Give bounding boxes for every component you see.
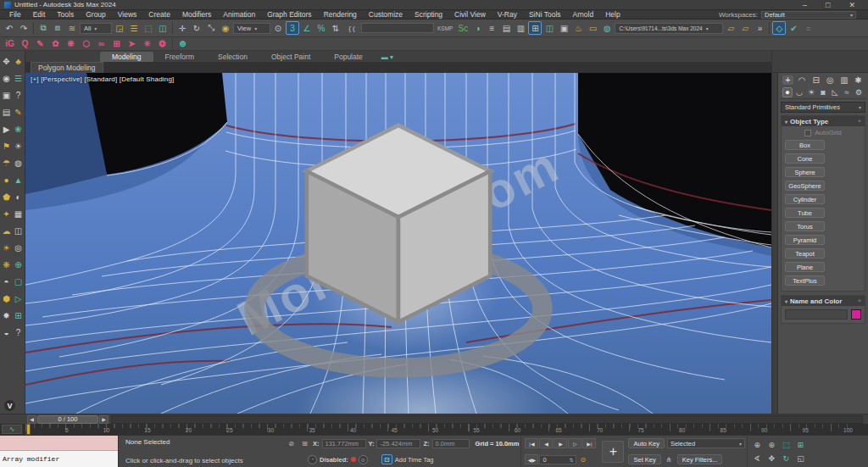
zoom-extents-all-icon[interactable]: ⊞ [794, 439, 807, 451]
menu-item[interactable]: Scripting [409, 10, 448, 19]
sini-atom-icon[interactable]: ✳ [140, 38, 154, 50]
menu-item[interactable]: SiNi Tools [523, 10, 567, 19]
sini-script-icon[interactable]: Sc [456, 21, 470, 35]
menu-item[interactable]: Help [599, 10, 626, 19]
bind-to-space-warp-icon[interactable]: ≋ [65, 21, 79, 35]
workspaces-dropdown[interactable]: Default▾ [761, 11, 856, 19]
tool-icon[interactable]: ? [13, 324, 25, 341]
selection-lock-icon[interactable]: ⊘ [286, 438, 297, 448]
autogrid-checkbox[interactable] [804, 130, 811, 136]
menu-item[interactable]: Create [142, 10, 176, 19]
tool-icon[interactable]: ☀ [1, 239, 13, 256]
adaptive-degradation-icon[interactable]: ◔ [308, 455, 317, 464]
object-type-rollout-header[interactable]: ▾Object Type⌖ [782, 116, 865, 126]
set-key-button[interactable]: Set Key [628, 454, 660, 464]
tool-icon[interactable]: ▲ [13, 171, 25, 188]
primitive-button[interactable]: GeoSphere [785, 181, 825, 191]
x-coordinate-field[interactable]: 131.772mm [322, 439, 366, 448]
open-scene-folder-icon[interactable]: ▱ [738, 21, 752, 35]
align-icon[interactable]: ≡ [485, 21, 498, 35]
next-frame-button[interactable]: ▷ [568, 438, 581, 448]
minimize-button[interactable]: – [803, 1, 807, 9]
y-coordinate-field[interactable]: -25.424mm [376, 439, 420, 448]
sini-link-icon[interactable]: ∞ [94, 38, 108, 50]
menu-item[interactable]: Arnold [567, 10, 600, 19]
sini-mesh-icon[interactable]: ⬡ [79, 38, 93, 50]
tool-icon[interactable]: ▦ [13, 205, 25, 222]
render-production-icon[interactable]: ◍ [600, 21, 614, 35]
select-and-rotate-icon[interactable]: ↻ [190, 21, 203, 35]
auto-key-button[interactable]: Auto Key [628, 438, 664, 448]
window-crossing-icon[interactable]: ◫ [156, 21, 170, 35]
cat-space-warps[interactable]: ≈ [842, 88, 852, 97]
panel-splitter[interactable] [772, 73, 778, 414]
mini-curve-editor-button[interactable]: ∿ [2, 425, 22, 434]
mirror-icon[interactable]: ◑ [470, 21, 484, 35]
tab-hierarchy[interactable]: ⊟ [810, 75, 821, 85]
selection-filter-dropdown[interactable]: All▾ [80, 23, 112, 34]
object-name-field[interactable] [785, 309, 848, 320]
project-path-dropdown[interactable]: C:\Users\91714...ts\3ds Max 2024▾ [615, 23, 723, 34]
sini-flower-icon[interactable]: ✿ [48, 38, 63, 50]
cat-lights[interactable]: ☀ [806, 88, 816, 97]
select-and-scale-icon[interactable]: ⤡ [204, 21, 218, 35]
tool-icon[interactable]: ✎ [13, 103, 25, 120]
select-by-name-icon[interactable]: ☰ [127, 21, 141, 35]
absolute-mode-icon[interactable]: ⊞ [299, 438, 310, 448]
select-object-icon[interactable]: ◲ [113, 21, 126, 35]
select-and-link-icon[interactable]: ⧉ [36, 21, 50, 35]
snaps-toggle-icon[interactable]: 3 [286, 21, 299, 35]
menu-item[interactable]: Views [112, 10, 143, 19]
maxscript-brace-icon[interactable]: { ( [343, 21, 360, 35]
toggle-ribbon-icon[interactable]: ▥ [514, 21, 527, 35]
z-coordinate-field[interactable]: 0.0mm [432, 439, 470, 448]
percent-snap-icon[interactable]: % [314, 21, 328, 35]
angle-snap-icon[interactable]: ∠ [300, 21, 314, 35]
ribbon-config-icon[interactable]: ▬ ▾ [381, 53, 393, 62]
ribbon-tab[interactable]: Populate [322, 52, 375, 62]
rectangular-selection-region-icon[interactable]: ⬚ [142, 21, 155, 35]
selection-set-dropdown[interactable]: Selected▾ [667, 438, 745, 448]
menu-item[interactable]: Animation [217, 10, 261, 19]
tool-icon[interactable]: ✥ [1, 53, 13, 69]
close-button[interactable]: ✕ [849, 1, 855, 9]
tool-icon[interactable]: ❋ [1, 256, 13, 273]
spinner-snap-icon[interactable]: ⇅ [329, 21, 342, 35]
sini-ignite-icon[interactable]: iG [3, 38, 17, 50]
fov-icon[interactable]: ∢ [751, 453, 764, 464]
menu-item[interactable]: Edit [27, 10, 52, 19]
next-frame-arrow[interactable]: ▶ [99, 415, 108, 424]
primitive-button[interactable]: Tube [785, 208, 825, 218]
key-filters-button[interactable]: Key Filters... [677, 454, 723, 464]
new-scene-folder-icon[interactable]: ▱ [724, 21, 737, 35]
cat-helpers[interactable]: ◺ [830, 88, 840, 97]
menu-item[interactable]: Tools [51, 10, 80, 19]
tool-icon[interactable]: ▢ [13, 273, 25, 290]
zoom-extents-icon[interactable]: ⬚ [780, 439, 793, 451]
tool-icon[interactable]: ● [1, 171, 13, 188]
listener-macro-line[interactable] [0, 436, 118, 451]
curve-editor-icon[interactable]: ⊞ [528, 21, 542, 35]
polygon-modeling-panel[interactable]: Polygon Modeling [31, 62, 103, 73]
tool-icon[interactable]: ⬟ [1, 188, 13, 205]
sini-scatter-icon[interactable]: ❋ [64, 38, 78, 50]
toolbar-overflow-icon[interactable]: » [753, 21, 766, 35]
tool-icon[interactable]: ◫ [13, 222, 25, 239]
primitive-button[interactable]: Sphere [785, 167, 825, 177]
rendered-frame-icon[interactable]: ▭ [586, 21, 599, 35]
maximize-viewport-icon[interactable]: ◱ [794, 453, 807, 464]
orbit-icon[interactable]: ↻ [780, 453, 793, 464]
keyable-icon[interactable]: ⋔ [664, 454, 675, 464]
tab-motion[interactable]: ◎ [825, 75, 836, 85]
isolate-toggle-icon[interactable]: ⊙ [359, 455, 368, 464]
tab-modify[interactable]: ◠ [797, 75, 808, 85]
redo-icon[interactable]: ↷ [17, 21, 31, 35]
sini-sphere-icon[interactable]: ❂ [155, 38, 170, 50]
primitive-button[interactable]: Pyramid [785, 235, 825, 245]
sini-pen-icon[interactable]: ✎ [33, 38, 47, 50]
tool-icon[interactable]: ▶ [1, 120, 13, 137]
current-frame-field[interactable]: 0⇅ [539, 455, 576, 464]
current-frame-marker[interactable] [26, 424, 31, 435]
tool-icon[interactable]: ◐ [13, 188, 25, 205]
large-plus-button[interactable]: + [602, 441, 624, 463]
